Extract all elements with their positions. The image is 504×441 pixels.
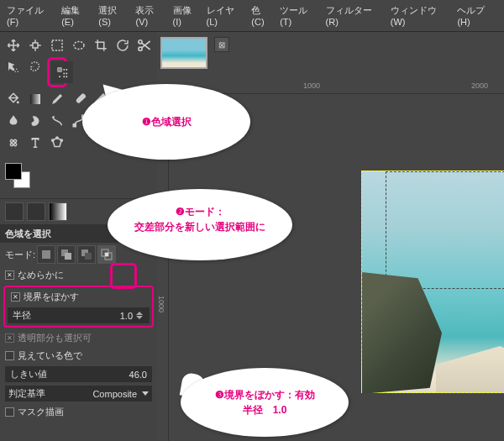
- menu-select[interactable]: 選択(S): [95, 2, 132, 29]
- svg-rect-29: [65, 253, 71, 260]
- menu-edit[interactable]: 編集(E): [58, 2, 95, 29]
- smudge-tool-icon[interactable]: [25, 111, 45, 131]
- pencil-tool-icon[interactable]: [47, 89, 67, 109]
- threshold-field[interactable]: しきい値 46.0: [5, 366, 152, 382]
- canvas-image[interactable]: [361, 171, 504, 393]
- mask-label: マスク描画: [18, 406, 64, 418]
- pattern-preview-icon[interactable]: [27, 202, 45, 221]
- free-select-icon[interactable]: [25, 57, 45, 77]
- svg-rect-27: [42, 250, 50, 259]
- scissors-icon[interactable]: [134, 35, 155, 55]
- rect-select-icon[interactable]: [47, 35, 67, 55]
- svg-rect-31: [85, 253, 92, 260]
- callout-3-line2: 半径 1.0: [243, 402, 287, 417]
- select-by-color-icon[interactable]: [51, 61, 73, 83]
- menu-tools[interactable]: ツール(T): [276, 2, 322, 29]
- menu-file[interactable]: ファイル(F): [3, 2, 58, 29]
- dropdown-arrow-icon: [142, 391, 149, 396]
- svg-point-9: [63, 69, 65, 71]
- smooth-label: なめらかに: [18, 269, 64, 281]
- close-tab-icon[interactable]: ⊠: [214, 37, 229, 52]
- highlight-color-select: [47, 57, 67, 87]
- menu-window[interactable]: ウィンドウ(W): [387, 2, 454, 29]
- transparent-row: 透明部分も選択可: [0, 329, 157, 347]
- visible-checkbox[interactable]: [5, 351, 14, 360]
- svg-point-6: [17, 71, 18, 73]
- mode-add-icon[interactable]: [57, 245, 76, 264]
- menu-image[interactable]: 画像(I): [170, 2, 203, 29]
- svg-point-13: [63, 76, 65, 77]
- brush-preview-icon[interactable]: [5, 202, 24, 221]
- gradient-preview-icon[interactable]: [49, 202, 67, 221]
- image-foreground: [362, 272, 442, 394]
- ruler-tick: 1000: [303, 81, 320, 90]
- svg-point-26: [55, 137, 57, 139]
- transparent-checkbox[interactable]: [5, 333, 14, 343]
- callout-2-line2: 交差部分を新しい選択範囲に: [126, 219, 274, 234]
- heal-tool-icon[interactable]: [3, 133, 24, 153]
- text-tool-icon[interactable]: [25, 133, 45, 153]
- svg-point-10: [66, 69, 67, 71]
- highlight-feather: 境界をぼかす 半径 1.0: [3, 286, 154, 328]
- image-beach: [436, 346, 504, 392]
- align-tool-icon[interactable]: [25, 35, 45, 55]
- menu-help[interactable]: ヘルプ(H): [454, 2, 501, 29]
- ruler-tick: 2000: [471, 81, 488, 90]
- menu-layer[interactable]: レイヤ(L): [203, 2, 249, 29]
- radius-value: 1.0: [120, 311, 133, 321]
- radius-spinner[interactable]: [136, 312, 144, 319]
- smooth-checkbox[interactable]: [5, 270, 14, 280]
- bucket-fill-icon[interactable]: [3, 89, 24, 109]
- feather-checkbox[interactable]: [11, 292, 20, 302]
- mode-intersect-icon[interactable]: [97, 245, 116, 264]
- svg-point-5: [16, 69, 18, 71]
- svg-point-15: [59, 76, 60, 77]
- cage-tool-icon[interactable]: [47, 133, 67, 153]
- ink-tool-icon[interactable]: [3, 111, 24, 131]
- svg-rect-17: [30, 94, 40, 104]
- crop-tool-icon[interactable]: [91, 35, 111, 55]
- feather-row: 境界をぼかす: [6, 288, 151, 306]
- callout-3-line1: ❸境界をぼかす：有効: [215, 387, 315, 402]
- fg-color-swatch[interactable]: [5, 163, 22, 180]
- mode-subtract-icon[interactable]: [77, 245, 96, 264]
- mask-row: マスク描画: [0, 403, 157, 421]
- svg-point-3: [138, 40, 141, 44]
- ellipse-select-icon[interactable]: [69, 35, 89, 55]
- mode-label: モード:: [5, 249, 35, 261]
- move-tool-icon[interactable]: [3, 35, 24, 55]
- criteria-select[interactable]: 判定基準 Composite: [5, 386, 152, 402]
- callout-3: ❸境界をぼかす：有効 半径 1.0: [181, 368, 349, 437]
- callout-1: ❶色域選択: [82, 84, 250, 160]
- visible-label: 見えている色で: [18, 349, 82, 362]
- mode-replace-icon[interactable]: [37, 245, 55, 264]
- svg-point-12: [66, 73, 67, 75]
- ruler-tick: 1000: [157, 296, 165, 312]
- radius-label: 半径: [13, 309, 31, 322]
- transparent-label: 透明部分も選択可: [18, 332, 92, 344]
- paintbrush-icon[interactable]: [69, 89, 89, 109]
- rotate-tool-icon[interactable]: [113, 35, 133, 55]
- menu-view[interactable]: 表示(V): [132, 2, 169, 29]
- svg-point-24: [51, 139, 53, 141]
- svg-point-25: [60, 139, 62, 141]
- svg-point-11: [63, 73, 65, 75]
- mask-checkbox[interactable]: [5, 407, 14, 417]
- callout-2-line1: ❷モード：: [126, 204, 274, 219]
- menu-color[interactable]: 色(C): [248, 2, 276, 29]
- svg-point-7: [14, 71, 16, 73]
- image-thumbnail[interactable]: [160, 37, 207, 69]
- color-swatches[interactable]: [5, 163, 34, 192]
- svg-point-4: [138, 47, 141, 50]
- svg-point-2: [74, 42, 84, 50]
- radius-field[interactable]: 半径 1.0: [8, 307, 150, 323]
- menu-filter[interactable]: フィルター(R): [323, 2, 387, 29]
- callout-2: ❷モード： 交差部分を新しい選択範囲に: [108, 189, 292, 260]
- smooth-row: なめらかに: [0, 266, 157, 284]
- fuzzy-select-icon[interactable]: [3, 57, 24, 77]
- gradient-tool-icon[interactable]: [25, 89, 45, 109]
- threshold-label: しきい値: [10, 368, 47, 381]
- warp-tool-icon[interactable]: [47, 111, 67, 131]
- callout-1-text: ❶色域選択: [142, 115, 192, 129]
- criteria-value: Composite: [92, 389, 137, 399]
